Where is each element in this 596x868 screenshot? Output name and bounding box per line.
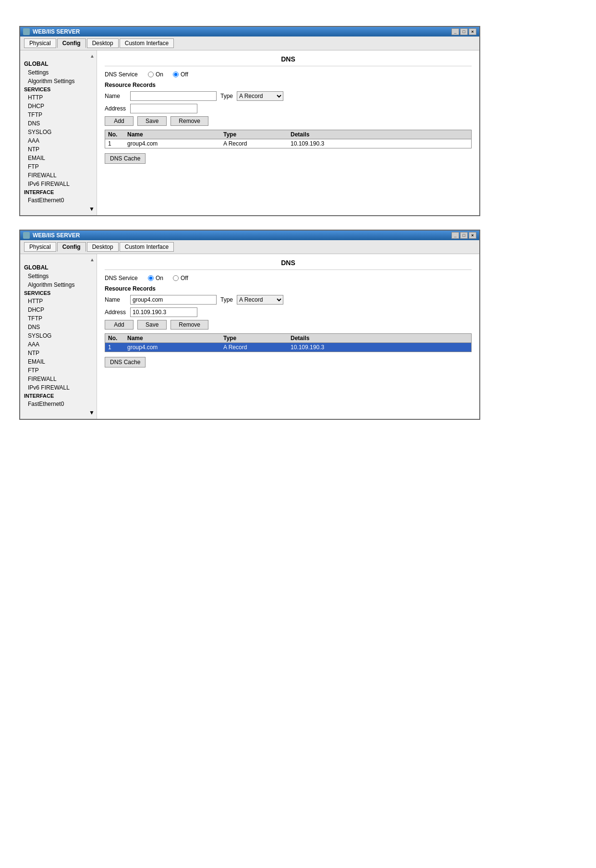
address-input[interactable]	[130, 307, 197, 317]
sidebar-item-ipv6-firewall[interactable]: IPv6 FIREWALL	[20, 383, 97, 392]
sidebar-item-aaa[interactable]: AAA	[20, 136, 97, 145]
dns-on-radio[interactable]	[148, 275, 154, 281]
tab-physical[interactable]: Physical	[24, 38, 56, 48]
table-row[interactable]: 1group4.comA Record10.109.190.3	[105, 343, 471, 352]
sidebar-item-settings[interactable]: Settings	[20, 272, 97, 281]
sidebar-item-services[interactable]: SERVICES	[20, 86, 97, 93]
name-type-row: NameTypeA RecordAAAA RecordCNAME	[105, 295, 472, 305]
minimize-button[interactable]: _	[451, 232, 459, 239]
scroll-up-indicator[interactable]: ▲	[20, 52, 97, 60]
table-col-header-details: Details	[288, 334, 471, 342]
table-cell-type: A Record	[220, 343, 288, 352]
dns-on-label: On	[156, 275, 163, 281]
sidebar-item-http[interactable]: HTTP	[20, 93, 97, 102]
dns-off-option[interactable]: Off	[173, 275, 188, 281]
dns-cache-button[interactable]: DNS Cache	[105, 153, 146, 164]
table-col-header-name: Name	[124, 130, 220, 139]
table-cell-details: 10.109.190.3	[288, 139, 471, 148]
table-col-header-type: Type	[220, 130, 288, 139]
sidebar-item-http[interactable]: HTTP	[20, 297, 97, 306]
sidebar-item-global[interactable]: GLOBAL	[20, 60, 97, 68]
name-input[interactable]	[130, 91, 217, 101]
dns-off-option[interactable]: Off	[173, 71, 188, 78]
tab-desktop[interactable]: Desktop	[87, 38, 119, 48]
save-button[interactable]: Save	[137, 320, 167, 330]
table-header: No.NameTypeDetails	[105, 334, 471, 343]
sidebar-item-syslog[interactable]: SYSLOG	[20, 128, 97, 136]
type-label: Type	[220, 93, 233, 99]
table-row[interactable]: 1group4.comA Record10.109.190.3	[105, 139, 471, 148]
tab-config[interactable]: Config	[57, 242, 86, 252]
sidebar-item-ntp[interactable]: NTP	[20, 349, 97, 357]
sidebar-item-ftp[interactable]: FTP	[20, 162, 97, 171]
dns-on-radio[interactable]	[148, 72, 154, 77]
table-cell-type: A Record	[220, 139, 288, 148]
dns-cache-button[interactable]: DNS Cache	[105, 357, 146, 367]
sidebar-item-ipv6-firewall[interactable]: IPv6 FIREWALL	[20, 180, 97, 188]
save-button[interactable]: Save	[137, 116, 167, 126]
tab-physical[interactable]: Physical	[24, 242, 56, 252]
close-button[interactable]: ×	[469, 28, 476, 35]
close-button[interactable]: ×	[469, 232, 476, 239]
remove-button[interactable]: Remove	[170, 116, 208, 126]
sidebar-item-interface[interactable]: INTERFACE	[20, 392, 97, 400]
dns-off-radio[interactable]	[173, 72, 179, 77]
dns-on-option[interactable]: On	[148, 71, 163, 78]
sidebar-item-firewall[interactable]: FIREWALL	[20, 375, 97, 383]
sidebar-item-algorithm-settings[interactable]: Algorithm Settings	[20, 77, 97, 86]
minimize-button[interactable]: _	[451, 28, 459, 35]
sidebar-item-fastethernet0[interactable]: FastEthernet0	[20, 400, 97, 408]
sidebar-item-services[interactable]: SERVICES	[20, 289, 97, 297]
name-input[interactable]	[130, 295, 217, 305]
sidebar-item-tftp[interactable]: TFTP	[20, 314, 97, 323]
type-select[interactable]: A RecordAAAA RecordCNAME	[237, 295, 283, 305]
name-label: Name	[105, 296, 126, 303]
tab-custom-interface[interactable]: Custom Interface	[120, 38, 174, 48]
table-header: No.NameTypeDetails	[105, 130, 471, 139]
window-title: WEB/IIS SERVER	[33, 28, 80, 35]
sidebar-item-ntp[interactable]: NTP	[20, 145, 97, 154]
sidebar-item-syslog[interactable]: SYSLOG	[20, 331, 97, 340]
dns-on-label: On	[156, 71, 163, 78]
add-button[interactable]: Add	[105, 320, 134, 330]
dns-records-table: No.NameTypeDetails1group4.comA Record10.…	[105, 130, 472, 148]
maximize-button[interactable]: □	[460, 232, 468, 239]
name-label: Name	[105, 93, 126, 99]
sidebar-item-global[interactable]: GLOBAL	[20, 263, 97, 272]
sidebar-item-settings[interactable]: Settings	[20, 68, 97, 77]
dns-on-option[interactable]: On	[148, 275, 163, 281]
sidebar-item-dhcp[interactable]: DHCP	[20, 102, 97, 110]
sidebar-item-ftp[interactable]: FTP	[20, 366, 97, 375]
scroll-down-indicator[interactable]: ▼	[20, 408, 97, 417]
type-select[interactable]: A RecordAAAA RecordCNAME	[237, 91, 283, 101]
scroll-up-indicator[interactable]: ▲	[20, 256, 97, 263]
action-buttons-row: AddSaveRemove	[105, 116, 472, 126]
sidebar-item-interface[interactable]: INTERFACE	[20, 188, 97, 196]
window-titlebar: WEB/IIS SERVER_□×	[20, 27, 479, 37]
sidebar-item-email[interactable]: EMAIL	[20, 357, 97, 366]
resource-records-label: Resource Records	[105, 285, 472, 292]
tab-config[interactable]: Config	[57, 38, 86, 48]
table-cell-name: group4.com	[124, 139, 220, 148]
table-col-header-no-: No.	[105, 334, 124, 342]
sidebar-item-firewall[interactable]: FIREWALL	[20, 171, 97, 180]
sidebar-item-fastethernet0[interactable]: FastEthernet0	[20, 196, 97, 205]
maximize-button[interactable]: □	[460, 28, 468, 35]
address-input[interactable]	[130, 104, 197, 113]
sidebar-item-algorithm-settings[interactable]: Algorithm Settings	[20, 281, 97, 289]
tab-custom-interface[interactable]: Custom Interface	[120, 242, 174, 252]
scroll-down-indicator[interactable]: ▼	[20, 205, 97, 213]
server-icon	[23, 28, 30, 35]
window-menubar: PhysicalConfigDesktopCustom Interface	[20, 37, 479, 50]
remove-button[interactable]: Remove	[170, 320, 208, 330]
sidebar-item-tftp[interactable]: TFTP	[20, 110, 97, 119]
sidebar-item-dns[interactable]: DNS	[20, 323, 97, 331]
add-button[interactable]: Add	[105, 116, 134, 126]
dns-off-label: Off	[181, 275, 188, 281]
tab-desktop[interactable]: Desktop	[87, 242, 119, 252]
sidebar-item-aaa[interactable]: AAA	[20, 340, 97, 349]
dns-off-radio[interactable]	[173, 275, 179, 281]
sidebar-item-dhcp[interactable]: DHCP	[20, 306, 97, 314]
sidebar-item-dns[interactable]: DNS	[20, 119, 97, 128]
sidebar-item-email[interactable]: EMAIL	[20, 154, 97, 162]
